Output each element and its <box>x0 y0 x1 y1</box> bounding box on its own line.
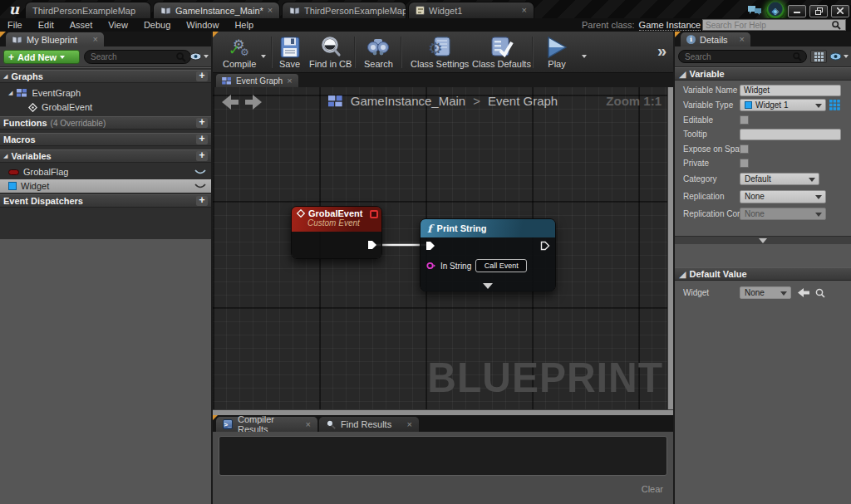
tab-my-blueprint[interactable]: My Blueprint <box>6 32 104 46</box>
class-defaults-button[interactable]: Class Defaults <box>469 34 534 71</box>
menu-view[interactable]: View <box>108 20 128 30</box>
search-button[interactable]: Search <box>361 34 396 71</box>
variable-row-widget[interactable]: Widget <box>0 179 211 193</box>
section-event-dispatchers[interactable]: Event Dispatchers + <box>0 194 211 208</box>
window-tab-level2[interactable]: ThirdPersonExampleMap <box>282 2 406 18</box>
compile-options-caret[interactable] <box>261 55 266 58</box>
variable-type-dropdown[interactable]: Widget 1 <box>740 99 826 111</box>
section-title: Functions <box>3 118 47 128</box>
menu-file[interactable]: File <box>7 20 22 30</box>
browse-magnifier-icon[interactable] <box>815 288 825 298</box>
event-graph-canvas[interactable]: GameInstance_Main > Event Graph Zoom 1:1… <box>213 87 673 415</box>
details-advanced-expander[interactable] <box>675 236 851 244</box>
tab-details[interactable]: i Details <box>681 32 750 46</box>
minimize-button[interactable] <box>788 5 806 17</box>
help-search-input[interactable] <box>703 21 832 30</box>
tab-find-results[interactable]: Find Results <box>319 417 419 432</box>
close-icon[interactable] <box>306 420 311 429</box>
tab-event-graph[interactable]: Event Graph <box>216 74 298 87</box>
menu-edit[interactable]: Edit <box>38 20 54 30</box>
tab-compiler-results[interactable]: >_ Compiler Results <box>216 417 317 432</box>
node-print-string[interactable]: f Print String In String Call Event <box>420 218 556 291</box>
eye-closed-icon[interactable] <box>194 169 206 175</box>
menu-debug[interactable]: Debug <box>144 20 170 30</box>
exec-out-pin[interactable] <box>540 241 550 251</box>
play-button[interactable]: Play <box>539 34 575 71</box>
add-macro-button[interactable]: + <box>196 135 208 144</box>
compile-button[interactable]: ⚙⚙✓ Compile <box>219 34 259 71</box>
compiler-results-log[interactable] <box>219 436 667 476</box>
section-graphs[interactable]: ◢ Graphs + <box>0 70 211 83</box>
class-settings-label: Class Settings <box>411 59 469 69</box>
section-macros[interactable]: Macros + <box>0 133 211 146</box>
editable-checkbox[interactable] <box>740 115 749 125</box>
dropdown-value: None <box>745 192 765 201</box>
collapse-arrow-icon[interactable]: ◢ <box>8 90 12 96</box>
play-options-caret[interactable] <box>582 55 587 58</box>
tree-item-eventgraph[interactable]: ◢ EventGraph <box>0 86 211 100</box>
section-variable[interactable]: ◢ Variable <box>675 67 851 81</box>
add-dispatcher-button[interactable]: + <box>196 196 208 206</box>
replication-dropdown[interactable]: None <box>740 190 826 203</box>
class-settings-button[interactable]: ⚙ Class Settings <box>407 34 472 71</box>
class-defaults-icon <box>489 36 514 59</box>
use-selected-arrow-icon[interactable] <box>798 288 809 297</box>
menu-window[interactable]: Window <box>186 20 219 30</box>
exec-out-pin[interactable] <box>367 240 377 250</box>
property-matrix-button[interactable] <box>810 50 827 63</box>
tree-item-grobalevent[interactable]: GrobalEvent <box>0 100 211 114</box>
view-options[interactable] <box>189 52 209 61</box>
close-icon[interactable] <box>407 420 412 429</box>
save-button[interactable]: Save <box>276 34 303 71</box>
toolbar-overflow-chevron[interactable]: » <box>657 42 667 61</box>
add-variable-button[interactable]: + <box>196 151 208 161</box>
add-graph-button[interactable]: + <box>196 71 208 81</box>
close-button[interactable] <box>831 5 849 17</box>
clear-button[interactable]: Clear <box>642 484 663 494</box>
compile-gears-icon: ⚙⚙✓ <box>227 36 252 59</box>
section-variables[interactable]: ◢ Variables + <box>0 149 211 163</box>
restore-button[interactable] <box>809 5 828 17</box>
window-tab-level[interactable]: ThirdPersonExampleMap <box>25 2 151 18</box>
find-in-cb-button[interactable]: Find in CB <box>306 34 355 71</box>
container-type-icon[interactable] <box>829 100 840 110</box>
results-tabwell: >_ Compiler Results Find Results <box>213 415 673 432</box>
my-blueprint-search-input[interactable] <box>85 52 176 61</box>
close-icon[interactable] <box>740 35 745 44</box>
variable-row-grobalflag[interactable]: GrobalFlag <box>0 165 211 179</box>
node-grobalevent[interactable]: GrobalEvent Custom Event <box>291 206 382 259</box>
variable-name-field[interactable]: Widget <box>740 85 841 96</box>
window-tab-gameinstance[interactable]: GameInstance_Main* <box>153 2 280 18</box>
window-tab-widget[interactable]: Widget1 <box>408 2 534 18</box>
breadcrumb-leaf[interactable]: Event Graph <box>488 94 558 108</box>
details-search-input[interactable] <box>679 52 793 61</box>
parent-class-link[interactable]: Game Instance <box>639 20 701 31</box>
add-new-button[interactable]: + Add New <box>3 50 80 64</box>
window-tab-label: GameInstance_Main* <box>175 6 263 16</box>
node-expand-chevron[interactable] <box>483 283 493 289</box>
eye-closed-icon[interactable] <box>194 183 206 189</box>
launcher-icon[interactable]: ◈ <box>766 2 785 20</box>
exec-in-pin[interactable] <box>426 241 435 251</box>
section-functions[interactable]: Functions (4 Overridable) + <box>0 116 211 130</box>
add-function-button[interactable]: + <box>196 118 208 128</box>
default-widget-dropdown[interactable]: None <box>740 286 791 299</box>
category-dropdown[interactable]: Default <box>740 173 819 185</box>
menu-asset[interactable]: Asset <box>70 20 93 30</box>
close-icon[interactable] <box>287 76 292 86</box>
tooltip-field[interactable] <box>740 129 841 140</box>
string-pin-icon[interactable] <box>426 262 436 270</box>
private-checkbox[interactable] <box>740 159 749 168</box>
close-icon[interactable] <box>93 35 98 44</box>
close-icon[interactable] <box>522 6 527 15</box>
canvas-vertical-scrollbar[interactable] <box>667 87 673 409</box>
node-header: GrobalEvent Custom Event <box>292 207 381 232</box>
details-view-options[interactable] <box>829 52 849 61</box>
close-icon[interactable] <box>268 6 273 15</box>
in-string-input[interactable]: Call Event <box>475 259 527 272</box>
menu-help[interactable]: Help <box>234 20 253 30</box>
breadcrumb-root[interactable]: GameInstance_Main <box>351 94 465 108</box>
section-default-value[interactable]: ◢ Default Value <box>675 267 851 281</box>
expose-on-spawn-checkbox[interactable] <box>740 144 749 154</box>
chat-bubbles-icon[interactable] <box>746 4 763 17</box>
